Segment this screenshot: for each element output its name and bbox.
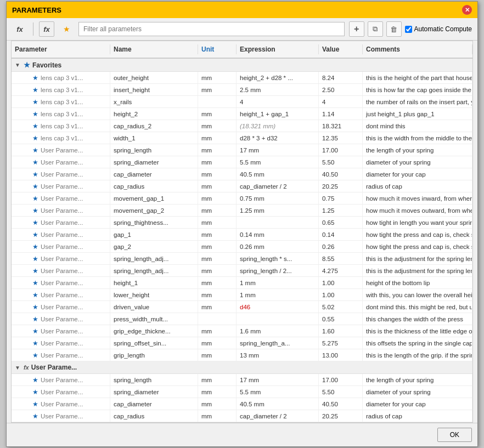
table-row[interactable]: ★User Parame...spring_length_adj...mmspr… bbox=[12, 265, 472, 277]
fx2-button[interactable]: fx bbox=[39, 21, 54, 37]
cell-param: ★User Parame... bbox=[12, 277, 110, 288]
cell-value: 17.00 bbox=[319, 144, 363, 156]
filter-input[interactable] bbox=[78, 22, 345, 36]
table-row[interactable]: ★User Parame...spring_length_adj...mmspr… bbox=[12, 253, 472, 265]
cell-param: ★User Parame... bbox=[12, 337, 110, 349]
cell-unit: mm bbox=[198, 374, 237, 385]
cell-comment: this is the adjustment for the spring le… bbox=[363, 265, 472, 276]
title-bar: PARAMETERS ✕ bbox=[7, 2, 477, 18]
cell-unit: mm bbox=[198, 108, 237, 120]
table-row[interactable]: ★User Parame...driven_valuemmd465.02dont… bbox=[12, 301, 472, 313]
fx-button[interactable]: fx bbox=[12, 21, 27, 37]
table-body: ▼★Favorites★lens cap 3 v1...outer_height… bbox=[12, 59, 472, 422]
col-value: Value bbox=[319, 44, 363, 54]
cell-name: outer_height bbox=[110, 72, 198, 83]
table-row[interactable]: ★User Parame...cap_diametermm40.5 mm40.5… bbox=[12, 168, 472, 180]
delete-button[interactable]: 🗑 bbox=[386, 21, 402, 37]
table-row[interactable]: ★User Parame...gap_2mm0.26 mm0.26how tig… bbox=[12, 241, 472, 253]
cell-value: 13.00 bbox=[319, 349, 363, 361]
row-star-icon: ★ bbox=[32, 219, 38, 226]
cell-param: ★User Parame... bbox=[12, 192, 110, 204]
row-star-icon: ★ bbox=[32, 255, 38, 263]
row-star-icon: ★ bbox=[32, 207, 38, 214]
table-row[interactable]: ★User Parame...lower_heightmm1 mm1.00wit… bbox=[12, 289, 472, 301]
cell-comment: height of the bottom lip bbox=[363, 277, 472, 288]
cell-param: ★User Parame... bbox=[12, 144, 110, 156]
cell-value: 8.24 bbox=[319, 72, 363, 83]
cell-param: ★lens cap 3 v1... bbox=[12, 96, 110, 107]
table-row[interactable]: ★User Parame...cap_radiusmmcap_diameter … bbox=[12, 180, 472, 192]
group-header-0[interactable]: ▼★Favorites bbox=[12, 59, 472, 72]
cell-name: height_2 bbox=[110, 108, 198, 120]
col-comments: Comments bbox=[363, 44, 472, 54]
table-row[interactable]: ★User Parame...height_1mm1 mm1.00height … bbox=[12, 277, 472, 289]
cell-expression: 4 bbox=[237, 96, 319, 107]
auto-compute-checkbox[interactable] bbox=[405, 26, 412, 33]
table-row[interactable]: ★lens cap 3 v1...cap_radius_2mm(18.321 m… bbox=[12, 120, 472, 132]
table-row[interactable]: ★User Parame...grip_lengthmm13 mm13.00th… bbox=[12, 349, 472, 361]
ok-button[interactable]: OK bbox=[437, 428, 472, 442]
cell-expression: 40.5 mm bbox=[237, 168, 319, 180]
cell-comment: how tight the press and cap is, check sk… bbox=[363, 241, 472, 252]
cell-comment: diameter of your spring bbox=[363, 156, 472, 168]
add-button[interactable]: + bbox=[349, 21, 364, 37]
star-button[interactable]: ★ bbox=[59, 21, 74, 37]
cell-value: 1.14 bbox=[319, 108, 363, 120]
cell-unit: mm bbox=[198, 253, 237, 264]
table-row[interactable]: ★User Parame...spring_diametermm5.5 mm5.… bbox=[12, 386, 472, 398]
table-row[interactable]: ★User Parame...movement_gap_1mm0.75 mm0.… bbox=[12, 192, 472, 205]
cell-unit: mm bbox=[198, 205, 237, 216]
row-star-icon: ★ bbox=[32, 195, 38, 202]
table-row[interactable]: ★User Parame...spring_lengthmm17 mm17.00… bbox=[12, 144, 472, 156]
group-header-1[interactable]: ▼fxUser Parame... bbox=[12, 361, 472, 374]
row-star-icon: ★ bbox=[32, 122, 38, 130]
row-star-icon: ★ bbox=[32, 267, 38, 275]
cell-expression: 17 mm bbox=[237, 144, 319, 156]
copy-button[interactable]: ⧉ bbox=[368, 21, 383, 37]
cell-param: ★User Parame... bbox=[12, 205, 110, 216]
row-star-icon: ★ bbox=[32, 327, 38, 335]
cell-name: lower_height bbox=[110, 289, 198, 300]
cell-name: spring_diameter bbox=[110, 386, 198, 398]
table-row[interactable]: ★lens cap 3 v1...outer_heightmmheight_2 … bbox=[12, 72, 472, 84]
cell-name: movement_gap_2 bbox=[110, 205, 198, 216]
table-row[interactable]: ★User Parame...spring_diametermm5.5 mm5.… bbox=[12, 156, 472, 168]
cell-param: ★lens cap 3 v1... bbox=[12, 72, 110, 83]
star-icon: ★ bbox=[24, 61, 30, 69]
toolbar: fx fx ★ + ⧉ 🗑 Automatic Compute bbox=[7, 18, 477, 41]
cell-name: cap_radius bbox=[110, 180, 198, 192]
table-row[interactable]: ★User Parame...gap_1mm0.14 mm0.14how tig… bbox=[12, 229, 472, 241]
cell-unit: mm bbox=[198, 277, 237, 288]
table-row[interactable]: ★User Parame...cap_diametermm40.5 mm40.5… bbox=[12, 398, 472, 410]
table-row[interactable]: ★lens cap 3 v1...height_2mmheight_1 + ga… bbox=[12, 108, 472, 120]
table-row[interactable]: ★lens cap 3 v1...insert_heightmm2.5 mm2.… bbox=[12, 84, 472, 96]
cell-unit: mm bbox=[198, 192, 237, 204]
row-star-icon: ★ bbox=[32, 74, 38, 82]
table-row[interactable]: ★User Parame...cap_radiusmmcap_diameter … bbox=[12, 410, 472, 422]
cell-comment: this is the height of the part that hous… bbox=[363, 72, 472, 83]
table-row[interactable]: ★User Parame...spring_thightness...mm0.6… bbox=[12, 217, 472, 229]
cell-name: cap_radius bbox=[110, 410, 198, 422]
cell-param: ★User Parame... bbox=[12, 180, 110, 192]
row-star-icon: ★ bbox=[32, 388, 38, 396]
table-row[interactable]: ★User Parame...spring_offset_sin...mmspr… bbox=[12, 337, 472, 349]
table-row[interactable]: ★User Parame...press_width_mult...0.55th… bbox=[12, 313, 472, 325]
cell-unit bbox=[198, 313, 237, 325]
cell-unit: mm bbox=[198, 410, 237, 422]
auto-compute-label[interactable]: Automatic Compute bbox=[405, 25, 472, 33]
cell-param: ★User Parame... bbox=[12, 229, 110, 240]
table-row[interactable]: ★User Parame...movement_gap_2mm1.25 mm1.… bbox=[12, 205, 472, 217]
close-button[interactable]: ✕ bbox=[462, 5, 472, 15]
table-row[interactable]: ★lens cap 3 v1...width_1mmd28 * 3 + d321… bbox=[12, 132, 472, 144]
cell-unit: mm bbox=[198, 217, 237, 228]
table-row[interactable]: ★User Parame...grip_edge_thickne...mm1.6… bbox=[12, 325, 472, 337]
cell-expression: 13 mm bbox=[237, 349, 319, 361]
cell-param: ★User Parame... bbox=[12, 253, 110, 264]
cell-param: ★User Parame... bbox=[12, 410, 110, 422]
table-row[interactable]: ★User Parame...spring_lengthmm17 mm17.00… bbox=[12, 374, 472, 386]
cell-expression: 17 mm bbox=[237, 374, 319, 385]
cell-unit: mm bbox=[198, 84, 237, 95]
cell-name: x_rails bbox=[110, 96, 198, 107]
table-row[interactable]: ★lens cap 3 v1...x_rails44the number of … bbox=[12, 96, 472, 108]
cell-value: 0.55 bbox=[319, 313, 363, 325]
